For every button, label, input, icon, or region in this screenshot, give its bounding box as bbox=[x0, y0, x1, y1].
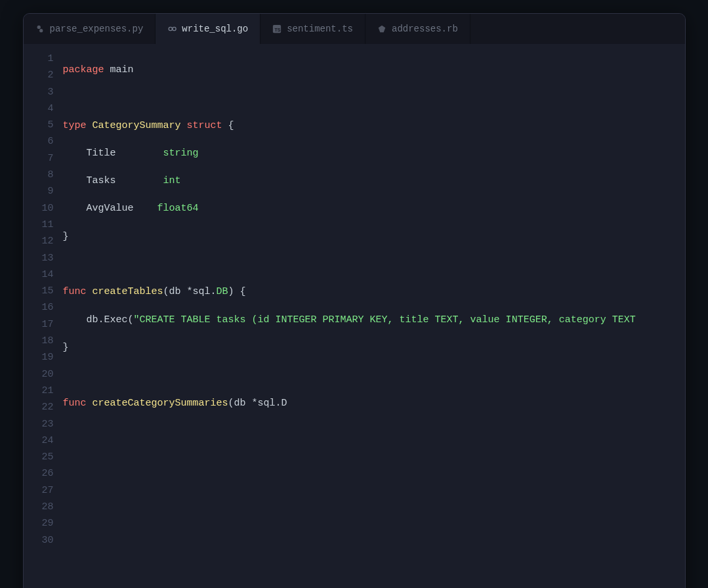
func-name: createCategorySummaries bbox=[93, 398, 228, 409]
line-number: 20 bbox=[24, 366, 54, 383]
identifier: main bbox=[110, 64, 134, 75]
keyword: func bbox=[63, 286, 87, 297]
string: "CREATE TABLE tasks (id INTEGER PRIMARY … bbox=[134, 314, 636, 326]
line-number: 14 bbox=[24, 266, 54, 283]
field: AvgValue bbox=[63, 203, 157, 214]
tab-label: parse_expenses.py bbox=[50, 24, 144, 34]
line-number: 11 bbox=[24, 217, 54, 233]
line-number: 25 bbox=[24, 449, 54, 465]
tab-bar: parse_expenses.py write_sql.go TS sentim… bbox=[24, 14, 685, 44]
svg-point-0 bbox=[37, 26, 40, 29]
field: Title bbox=[63, 148, 163, 159]
brace: } bbox=[63, 342, 69, 353]
func-name: createTables bbox=[93, 286, 163, 297]
line-number: 10 bbox=[24, 200, 54, 217]
type: string bbox=[163, 148, 199, 159]
tab-label: addresses.rb bbox=[392, 24, 458, 34]
line-number: 6 bbox=[24, 133, 54, 150]
paren: (db *sql.D bbox=[228, 398, 287, 409]
tab-addresses[interactable]: addresses.rb bbox=[365, 14, 470, 44]
editor-window: parse_expenses.py write_sql.go TS sentim… bbox=[23, 13, 686, 588]
type: DB bbox=[217, 286, 228, 297]
keyword: struct bbox=[187, 120, 222, 131]
type: int bbox=[163, 175, 181, 186]
line-number: 23 bbox=[24, 416, 54, 432]
tab-write-sql[interactable]: write_sql.go bbox=[156, 14, 260, 44]
line-number: 22 bbox=[24, 399, 54, 415]
line-number: 16 bbox=[24, 299, 54, 316]
tab-label: write_sql.go bbox=[182, 24, 248, 34]
line-number: 5 bbox=[24, 117, 54, 133]
svg-point-3 bbox=[173, 27, 176, 30]
line-number: 21 bbox=[24, 383, 54, 399]
line-number: 26 bbox=[24, 465, 54, 482]
line-number-gutter: 1234567891011121314151617181920212223242… bbox=[24, 51, 63, 588]
keyword: package bbox=[63, 64, 104, 75]
svg-point-1 bbox=[39, 29, 43, 32]
call: db.Exec( bbox=[63, 314, 134, 326]
line-number: 7 bbox=[24, 150, 54, 167]
line-number: 12 bbox=[24, 233, 54, 249]
line-number: 27 bbox=[24, 482, 54, 499]
ts-icon: TS bbox=[272, 24, 281, 33]
ruby-icon bbox=[377, 24, 386, 33]
line-number: 29 bbox=[24, 515, 54, 532]
python-icon bbox=[35, 24, 45, 33]
line-number: 2 bbox=[24, 67, 54, 83]
paren: (db *sql. bbox=[163, 286, 217, 297]
code-area[interactable]: 1234567891011121314151617181920212223242… bbox=[24, 44, 685, 588]
svg-text:TS: TS bbox=[275, 28, 281, 32]
tab-parse-expenses[interactable]: parse_expenses.py bbox=[24, 14, 156, 44]
svg-point-2 bbox=[169, 27, 173, 30]
type: float64 bbox=[157, 203, 199, 214]
line-number: 9 bbox=[24, 183, 54, 200]
line-number: 8 bbox=[24, 167, 54, 183]
line-number: 19 bbox=[24, 349, 54, 366]
go-icon bbox=[167, 24, 177, 33]
field: Tasks bbox=[63, 175, 163, 186]
line-number: 30 bbox=[24, 532, 54, 549]
line-number: 28 bbox=[24, 499, 54, 515]
line-number: 18 bbox=[24, 333, 54, 349]
brace: } bbox=[63, 231, 69, 242]
tab-sentiment[interactable]: TS sentiment.ts bbox=[260, 14, 365, 44]
line-number: 13 bbox=[24, 250, 54, 266]
line-number: 1 bbox=[24, 51, 54, 67]
paren: ) { bbox=[228, 286, 246, 297]
line-number: 15 bbox=[24, 283, 54, 299]
tab-label: sentiment.ts bbox=[287, 24, 353, 34]
svg-marker-6 bbox=[379, 26, 386, 33]
brace: { bbox=[228, 120, 234, 131]
keyword: func bbox=[63, 398, 87, 409]
line-number: 4 bbox=[24, 100, 54, 117]
line-number: 3 bbox=[24, 84, 54, 100]
line-number: 24 bbox=[24, 432, 54, 449]
code-content[interactable]: package main type CategorySummary struct… bbox=[63, 51, 685, 588]
line-number: 17 bbox=[24, 316, 54, 333]
keyword: type bbox=[63, 120, 87, 131]
type-name: CategorySummary bbox=[93, 120, 181, 131]
